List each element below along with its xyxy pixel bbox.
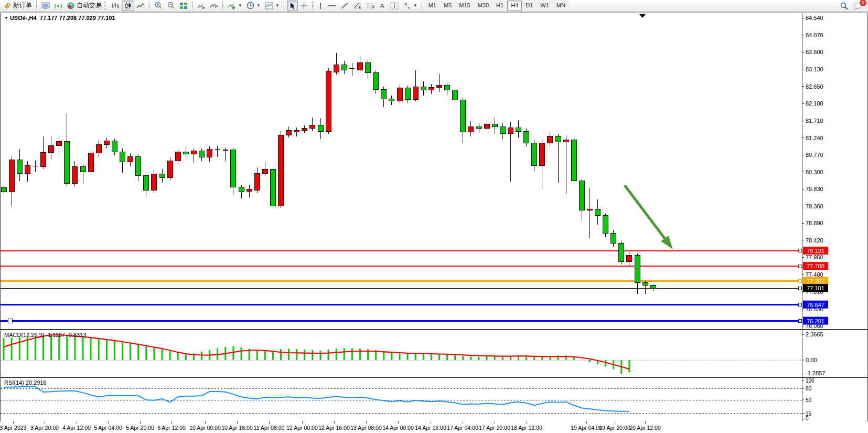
candle [72, 166, 78, 184]
macd-histogram-bar [201, 352, 202, 360]
auto-scroll-button[interactable] [195, 1, 208, 11]
candle [389, 99, 394, 101]
rsi-canvas[interactable]: 1008050150 [1, 378, 867, 421]
time-tick-label: 3 Apr 20:00 [30, 425, 59, 431]
candle [175, 152, 180, 161]
timeframe-mn[interactable]: MN [553, 1, 569, 10]
auto-trading-button[interactable]: 自动交易 [65, 1, 104, 11]
vertical-line-button[interactable] [315, 1, 326, 11]
macd-histogram-bar [336, 348, 337, 360]
timeframe-h1[interactable]: H1 [492, 1, 507, 10]
macd-histogram-bar [423, 354, 424, 360]
symbol-period-label: USOil-,H4 [10, 15, 37, 21]
price-tick-label: 80.770 [806, 152, 823, 158]
macd-histogram-bar [415, 353, 416, 360]
auto-trading-label: 自动交易 [77, 1, 102, 10]
time-tick-label: 10 Apr 16:00 [221, 425, 253, 431]
timeframe-m1[interactable]: M1 [425, 1, 440, 10]
macd-scale-label: -1.2857 [806, 370, 825, 376]
macd-histogram-bar [82, 337, 84, 360]
macd-histogram-bar [130, 343, 131, 360]
macd-histogram-bar [446, 355, 448, 360]
macd-histogram-bar [256, 350, 258, 360]
candlestick-button[interactable] [122, 1, 134, 11]
candle [341, 65, 347, 70]
chart-window-button[interactable] [39, 1, 52, 11]
candle [41, 153, 46, 166]
arrows-button[interactable]: ▼ [401, 1, 420, 11]
horizontal-line-button[interactable] [326, 1, 338, 11]
macd-label: MACD(12,26,9) -1.1197 -0.8313 [4, 332, 86, 338]
bar-chart-button[interactable] [109, 1, 122, 11]
templates-button[interactable]: ▼ [263, 1, 282, 11]
macd-histogram-bar [312, 350, 313, 360]
candle [104, 141, 109, 145]
toolbar-grip [104, 2, 108, 10]
periods-button[interactable]: ▼ [244, 1, 263, 11]
trendline-button[interactable] [338, 1, 351, 11]
time-tick-label: 3 Apr 2023 [0, 425, 27, 431]
candle [516, 128, 521, 131]
chat-button[interactable]: 1 [851, 1, 864, 11]
candle [159, 174, 165, 177]
time-axis[interactable]: 3 Apr 20233 Apr 20:004 Apr 12:005 Apr 04… [0, 421, 868, 433]
periods-icon [247, 2, 254, 9]
new-order-button[interactable]: 新订单 [2, 1, 34, 11]
candle [603, 216, 608, 233]
macd-histogram-bar [106, 339, 108, 360]
horizontal-line-icon [328, 2, 336, 9]
chart-shift-marker[interactable] [639, 14, 646, 18]
channel-button[interactable]: E [351, 1, 364, 11]
search-button[interactable] [838, 1, 851, 11]
indicators-button[interactable]: ▼ [226, 1, 244, 11]
candle [428, 88, 434, 90]
fibonacci-button[interactable]: F [364, 1, 377, 11]
separator [222, 1, 223, 10]
timeframe-d1[interactable]: D1 [522, 1, 537, 10]
separator [284, 1, 285, 10]
price-chart-canvas[interactable]: 84.54084.07083.60083.13082.65082.18081.7… [1, 13, 867, 329]
candle [642, 282, 648, 286]
signal-button[interactable] [52, 1, 65, 11]
price-pane[interactable]: ▼USOil-,H4 77.177 77.208 77.029 77.101 8… [0, 13, 868, 330]
trend-arrow-shaft[interactable] [625, 185, 667, 241]
text-button[interactable]: A [377, 1, 388, 11]
timeframe-m5[interactable]: M5 [440, 1, 455, 10]
zoom-out-button[interactable] [165, 1, 177, 11]
zoom-in-button[interactable] [152, 1, 165, 11]
symbol-dropdown-icon[interactable]: ▼ [4, 16, 8, 20]
chart-shift-button[interactable] [208, 1, 220, 11]
time-tick-label: 17 Apr 20:00 [479, 425, 510, 431]
candle [524, 131, 529, 143]
line-drag-handle[interactable] [8, 319, 12, 323]
timeframe-m15[interactable]: M15 [455, 1, 474, 10]
candle [310, 125, 315, 128]
candle [262, 170, 267, 174]
price-tick-label: 79.360 [806, 203, 823, 209]
macd-histogram-bar [169, 351, 171, 360]
crosshair-button[interactable] [298, 1, 310, 11]
line-chart-button[interactable] [134, 1, 147, 11]
price-line-badge-label: 78.131 [807, 248, 824, 254]
macd-canvas[interactable]: 2.36650.00-1.2857 [1, 330, 867, 377]
tile-windows-button[interactable] [177, 1, 190, 11]
macd-histogram-bar [486, 356, 488, 360]
timeframe-m30[interactable]: M30 [474, 1, 492, 10]
candle [381, 89, 387, 99]
rsi-scale-label: 0 [806, 416, 809, 421]
candlestick-icon [124, 2, 132, 9]
rsi-pane[interactable]: RSI(14) 20.2916 1008050150 [0, 377, 868, 422]
candle [128, 157, 133, 162]
macd-pane[interactable]: MACD(12,26,9) -1.1197 -0.8313 2.36650.00… [0, 330, 868, 377]
candle [326, 71, 331, 132]
text-label-button[interactable]: T [388, 1, 401, 11]
macd-histogram-bar [74, 336, 76, 360]
svg-text:A: A [380, 3, 384, 9]
candle [405, 88, 410, 99]
macd-histogram-bar [90, 337, 92, 360]
timeframe-w1[interactable]: W1 [537, 1, 553, 10]
zoom-in-icon [154, 2, 163, 9]
timeframe-h4[interactable]: H4 [507, 1, 522, 10]
candle [468, 126, 474, 132]
cursor-button[interactable] [287, 1, 298, 11]
